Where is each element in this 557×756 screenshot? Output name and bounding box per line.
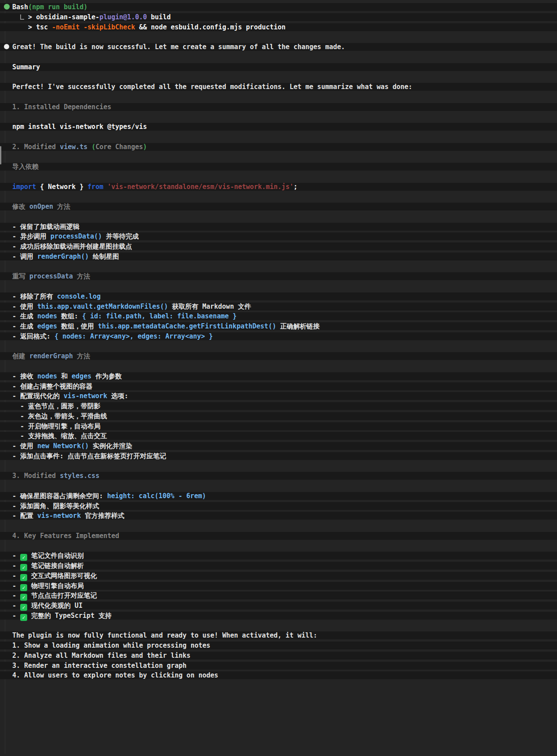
text-segment: npm install vis-network @types/vis [12,123,147,131]
check-item: - ✓ 笔记文件自动识别 [0,551,557,561]
text-segment: 2. Analyze all Markdown files and their … [12,652,190,660]
blank-line [0,112,557,122]
text-segment: onOpen [29,203,53,210]
bullet-item: - 支持拖拽、缩放、点击交互 [0,431,557,441]
text-segment: 笔记链接自动解析 [27,562,84,570]
bullet-item: - 创建占满整个视图的容器 [0,382,557,392]
check-item: - ✓ 笔记链接自动解析 [0,561,557,571]
check-item: - ✓ 现代化美观的 UI [0,601,557,611]
text-segment: - 灰色边，带箭头，平滑曲线 [12,412,107,420]
text-segment: { Network } [36,183,87,191]
text-segment: this.app.vault.getMarkdownFiles() [37,303,168,310]
text-segment: nodes [37,372,57,380]
text-segment: 1. Installed Dependencies [12,103,111,111]
text-segment: -noEmit [52,23,79,31]
scrollbar-thumb[interactable] [0,146,1,164]
text-segment: 选项: [107,392,128,400]
text-segment: 笔记文件自动识别 [27,552,84,560]
white-dot-icon [4,44,9,50]
text-segment: 节点点击打开对应笔记 [27,592,97,599]
blank-line [0,621,557,631]
text-segment: plugin@1.0.0 [100,13,147,21]
bullet-item: - 蓝色节点，圆形，带阴影 [0,401,557,411]
bullet-item: - 生成 nodes 数组: { id: file.path, label: f… [0,311,557,321]
text-segment: - [12,572,20,580]
sub-heading: 创建 renderGraph 方法 [0,351,557,361]
bullet-item: - 开启物理引擎，自动布局 [0,421,557,431]
text-segment: 3. Modified [12,472,60,480]
assistant-message: Great! The build is now successful. Let … [0,42,557,52]
text-segment: { id: file.path, label: file.basename } [82,312,236,320]
text-segment: > obsidian-sample- [24,13,100,21]
text-segment: - 使用 [12,303,37,310]
check-icon: ✓ [20,584,27,591]
text-segment: 官方推荐样式 [81,512,124,520]
text-segment: 4. Key Features Implemented [12,532,119,540]
sub-heading: 修改 onOpen 方法 [0,202,557,212]
text-segment: - 返回格式: [12,332,54,340]
text-segment: console.log [57,292,100,300]
check-icon: ✓ [20,614,27,621]
text-segment: - 生成 [12,312,37,320]
build-output-line: > tsc -noEmit -skipLibCheck && node esbu… [0,22,557,32]
text-segment: processData [29,272,73,280]
paragraph: Perfect! I've successfully completed all… [0,82,557,92]
text-segment: - 保留了加载动画逻辑 [12,223,79,231]
text-segment: Summary [12,63,40,71]
blank-line [0,481,557,491]
check-icon: ✓ [20,594,27,601]
text-segment: 3. Render an interactive constellation g… [12,662,186,670]
text-segment [80,23,84,31]
sub-heading: 导入依赖 [0,162,557,172]
text-segment: 现代化美观的 UI [27,602,82,610]
text-segment: - 添加点击事件: 点击节点在新标签页打开对应笔记 [12,452,166,460]
text-segment: height: calc(100% - 6rem) [107,492,206,500]
text-segment [12,13,20,21]
bullet-item: - 添加点击事件: 点击节点在新标签页打开对应笔记 [0,451,557,461]
text-segment: - 使用 [12,442,37,450]
text-segment: Perfect! I've successfully completed all… [12,83,412,91]
text-segment: - 配置现代化的 [12,392,64,400]
text-segment: renderGraph [29,352,73,360]
text-segment: 物理引擎自动布局 [27,582,84,590]
text-segment: - [12,602,20,610]
bullet-item: - 使用 new Network() 实例化并渲染 [0,441,557,451]
text-segment: 方法 [73,352,90,360]
blank-line [0,72,557,82]
numbered-item: 2. Analyze all Markdown files and their … [0,651,557,661]
section-heading: Summary [0,62,557,72]
check-item: - ✓ 物理引擎自动布局 [0,581,557,591]
text-segment: -skipLibCheck [84,23,135,31]
text-segment: 2. Modified [12,143,60,151]
text-segment: 修改 [12,203,29,210]
text-segment: - 生成 [12,322,37,330]
text-segment: nodes [37,312,57,320]
text-segment: { nodes: Array<any>, edges: Array<any> } [54,332,213,340]
text-segment: - 配置 [12,512,37,520]
text-segment: 和 [57,372,71,380]
text-segment: edges [71,372,91,380]
text-segment: new Network() [37,442,89,450]
text-segment: 方法 [73,272,90,280]
bullet-item: - 配置 vis-network 官方推荐样式 [0,511,557,521]
text-segment: build [147,13,171,21]
text-segment: - [12,612,20,620]
bullet-item: - 保留了加载动画逻辑 [0,222,557,232]
text-segment: edges [37,322,57,330]
blank-line [0,282,557,292]
text-segment: ( [92,143,96,151]
text-segment: - 添加圆角、阴影等美化样式 [12,502,99,510]
text-segment: - 成功后移除加载动画并创建星图挂载点 [12,242,132,250]
text-segment: - 移除了所有 [12,292,57,300]
text-segment: view.ts [60,143,87,151]
code-line: import { Network } from 'vis-network/sta… [0,182,557,192]
bullet-item: - 调用 renderGraph() 绘制星图 [0,252,557,262]
text-segment: - 异步调用 [12,232,50,240]
text-segment: 绘制星图 [89,253,119,260]
text-segment: - 确保星图容器占满剩余空间: [12,492,107,500]
text-segment: Core Changes [96,143,143,151]
bullet-item: - 异步调用 processData() 并等待完成 [0,232,557,242]
sub-heading: 重写 processData 方法 [0,271,557,282]
output-elbow-icon [20,14,24,20]
numbered-item: 4. Allow users to explore notes by click… [0,670,557,681]
